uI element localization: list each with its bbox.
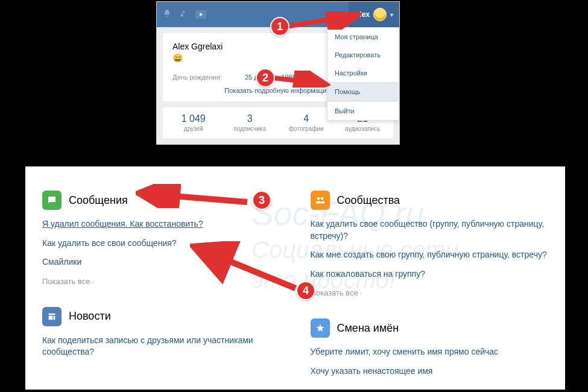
help-title: Сообщества: [337, 194, 400, 207]
username: Alex: [355, 10, 370, 19]
help-link[interactable]: Как удалить свое сообщество (группу, пуб…: [311, 218, 549, 242]
svg-point-0: [317, 197, 320, 200]
avatar: [373, 8, 387, 21]
news-icon: [42, 307, 62, 326]
step-badge-1: 1: [270, 17, 289, 36]
stat-cap: друзей: [165, 125, 222, 132]
help-col-right: Сообщества Как удалить свое сообщество (…: [311, 191, 549, 390]
help-link[interactable]: Я удалил сообщения. Как восстановить?: [42, 218, 280, 230]
help-col-left: Сообщения Я удалил сообщения. Как восста…: [42, 191, 280, 390]
svg-point-1: [320, 197, 323, 200]
stat-cap: аудиозапись: [335, 125, 391, 132]
stat-num: 3: [222, 113, 279, 124]
help-title: Смена имён: [337, 322, 399, 335]
help-communities-block: Сообщества Как удалить свое сообщество (…: [311, 191, 549, 298]
bell-icon[interactable]: [163, 9, 171, 20]
chevron-right-icon: ›: [92, 279, 93, 285]
communities-icon: [311, 191, 330, 210]
dd-logout[interactable]: Выйти: [327, 102, 399, 120]
step-badge-3: 3: [252, 191, 271, 210]
stat-num: 4: [278, 113, 335, 124]
help-link[interactable]: Как мне создать свою группу, публичную с…: [311, 249, 549, 261]
help-title: Сообщения: [69, 194, 128, 207]
dd-help[interactable]: Помощь: [327, 82, 399, 101]
stat-followers[interactable]: 3 подписчика: [222, 113, 279, 132]
step-badge-2: 2: [256, 68, 275, 87]
play-icon[interactable]: [195, 10, 206, 19]
star-icon: [311, 318, 330, 338]
stat-friends[interactable]: 1 049 друзей: [165, 113, 222, 132]
dd-edit[interactable]: Редактировать: [327, 46, 399, 64]
help-link[interactable]: Хочу указать ненастоящее имя: [311, 365, 549, 378]
help-title: Новости: [69, 310, 111, 323]
birthday-label: День рождения:: [172, 74, 245, 81]
help-messages-block: Сообщения Я удалил сообщения. Как восста…: [42, 191, 280, 286]
chevron-right-icon: ›: [360, 290, 362, 297]
show-all-link[interactable]: Показать все›: [42, 277, 94, 286]
dd-my-page[interactable]: Моя страница: [327, 28, 399, 46]
stat-photos[interactable]: 4 фотографии: [278, 113, 335, 132]
help-link[interactable]: Уберите лимит, хочу сменить имя прямо се…: [311, 346, 549, 358]
help-link[interactable]: Как пожаловаться на группу?: [311, 268, 549, 280]
help-names-block: Смена имён Уберите лимит, хочу сменить и…: [311, 318, 549, 377]
music-icon[interactable]: [180, 9, 187, 20]
show-all-link[interactable]: Показать все›: [311, 288, 362, 297]
stat-cap: подписчика: [222, 125, 279, 132]
user-dropdown: Моя страница Редактировать Настройки Пом…: [327, 27, 399, 121]
help-link[interactable]: Смайлики: [42, 256, 280, 268]
stat-num: 1 049: [165, 113, 222, 124]
help-link[interactable]: Как удалить все свои сообщения?: [42, 238, 280, 250]
user-menu-toggle[interactable]: Alex ▾: [349, 2, 399, 27]
header-left-icons: [163, 9, 206, 20]
messages-icon: [42, 191, 62, 210]
dd-settings[interactable]: Настройки: [327, 64, 399, 82]
chevron-down-icon: ▾: [390, 11, 393, 18]
step-badge-4: 4: [296, 281, 315, 300]
help-section: Soc-FAQ.ru Социальные сети это просто! С…: [25, 166, 565, 390]
help-news-block: Новости Как поделиться записью с друзьям…: [42, 307, 280, 358]
help-link[interactable]: Как поделиться записью с друзьями или уч…: [42, 335, 280, 358]
stat-cap: фотографии: [278, 125, 335, 132]
